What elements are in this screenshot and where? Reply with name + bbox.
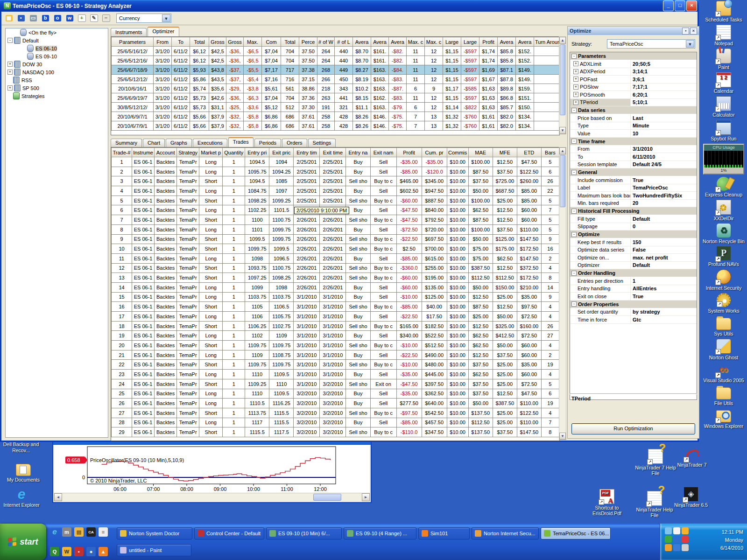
taskbar-task-es-09-10-4-range[interactable]: ES 09-10 (4 Range) ... [344, 527, 416, 539]
display-icon[interactable]: ▭ [28, 13, 39, 24]
table-row[interactable]: 13ES 06-1BacktesTemaPrShort11097.251098.… [112, 273, 559, 283]
tab-chart[interactable]: Chart [143, 139, 165, 147]
table-row[interactable]: 18ES 06-1BacktesTemaPrShort11106.251102.… [112, 321, 559, 331]
column-header[interactable]: Turn Around [534, 37, 560, 47]
column-header[interactable]: Market p [199, 148, 223, 157]
expand-icon[interactable]: + [573, 61, 578, 66]
column-header[interactable]: Max. c [425, 37, 443, 47]
taskbar-clock[interactable]: 12:11 PM Monday 6/14/2010 [720, 528, 743, 552]
column-header[interactable]: To [172, 37, 190, 47]
desktop-icon-express-cleanup[interactable]: ↗Express Cleanup [702, 177, 746, 197]
column-header[interactable]: ETD [517, 148, 541, 157]
chevron-down-icon[interactable]: ▼ [162, 14, 170, 22]
property-row-type[interactable]: TypeMinute [570, 122, 697, 130]
column-header[interactable]: Trade-# [112, 148, 132, 157]
chevron-down-icon[interactable]: ▼ [686, 40, 694, 48]
expand-icon[interactable]: + [573, 77, 578, 82]
property-row-price-based-on[interactable]: Price based onLast [570, 114, 697, 122]
property-row-slippage[interactable]: Slippage0 [570, 223, 697, 231]
table-row[interactable]: 20/10/6/9/7/13/1/206/11/2$5,66$37,9-$32,… [112, 112, 560, 121]
sidebar-item-strategies[interactable]: Strategies [6, 92, 108, 100]
collapse-icon[interactable]: - [571, 170, 577, 175]
column-header[interactable]: Profit [479, 37, 498, 47]
desktop-icon-visual-studio-2005[interactable]: ∞↗Visual Studio 2005 [702, 363, 746, 383]
cpu-usage-widget[interactable]: CPU Usage1% [703, 144, 744, 175]
scrollbar-thumb[interactable] [313, 494, 341, 501]
table-row[interactable]: 29ES 06-1BacktesTemaPrShort11115.51117.5… [112, 427, 559, 437]
property-row-time-in-force[interactable]: Time in forceGtc [570, 316, 697, 324]
column-header[interactable]: Max. [244, 37, 262, 47]
column-header[interactable]: Commis [447, 148, 468, 157]
table-row[interactable]: 30/8/5/12/12/3/1/206/11/2$5,73$31,1-$25,… [112, 103, 560, 112]
table-row[interactable]: 15ES 06-1BacktesTemaPrLong11103.751103.7… [112, 292, 559, 302]
column-header[interactable]: Bars [541, 148, 559, 157]
desktop-icon-spybot-run[interactable]: ↗Spybot Run [702, 120, 746, 141]
expand-icon[interactable]: + [573, 92, 578, 97]
trades-grid-scrollbar[interactable]: ▲ ▼ [559, 147, 566, 440]
table-row[interactable]: 28ES 06-1BacktesTemaPrLong111171115.53/2… [112, 418, 559, 427]
shortcut-red-icon[interactable]: ▪ [74, 547, 84, 556]
column-header[interactable]: Entry na [346, 148, 370, 157]
table-row[interactable]: 1ES 06-1BacktesTemaPrLong11094.510942/25… [112, 157, 559, 167]
desktop-icon-calculator[interactable]: ↗Calculator [702, 96, 746, 118]
table-row[interactable]: 25/6/6/9/19/73/1/206/11/2$5,73$42,6-$36,… [112, 93, 560, 103]
desktop-icon-internet-security[interactable]: ↗Internet Security [702, 269, 746, 291]
volume-icon[interactable] [682, 527, 689, 534]
desktop-icon-norton-ghost[interactable]: ↗Norton Ghost [702, 339, 746, 360]
update-icon[interactable] [665, 544, 672, 551]
sidebar-item-nasdaq-100[interactable]: +NASDAQ 100 [6, 68, 108, 76]
messenger-tray-icon[interactable] [673, 527, 680, 534]
desktop-icon-norton-recycle-bin[interactable]: ♻Norton Recycle Bin [702, 224, 746, 244]
column-header[interactable]: Avera [353, 37, 371, 47]
column-header[interactable]: Total [281, 37, 299, 47]
network-icon[interactable] [665, 527, 672, 534]
property-row-keep-best-results[interactable]: Keep best # results150 [570, 238, 697, 246]
property-row-optimize-on[interactable]: Optimize on...max. net profit [570, 254, 697, 262]
taskbar-task-es-09-10-10-min-6[interactable]: ES 09-10 (10 Min) 6/... [266, 527, 342, 539]
property-row-optimize-data-series[interactable]: Optimize data seriesFalse [570, 246, 697, 254]
collapse-icon[interactable]: - [571, 139, 577, 144]
column-header[interactable]: # of L [335, 37, 353, 47]
property-row-label[interactable]: LabelTemaPriceOsc [570, 184, 697, 192]
table-row[interactable]: 2ES 06-1BacktesTemaPrLong11095.751094.25… [112, 167, 559, 176]
expander-icon[interactable]: - [7, 38, 13, 43]
table-row[interactable]: 16ES 06-1BacktesTemaPrShort111051106.53/… [112, 302, 559, 312]
table-row[interactable]: 4ES 06-1BacktesTemaPrLong11084.7510972/2… [112, 186, 559, 196]
collapse-icon[interactable]: - [571, 271, 577, 276]
taskbar-task-control-center-default[interactable]: Control Center - Default [194, 527, 264, 539]
collapse-icon[interactable]: - [571, 209, 577, 214]
column-header[interactable]: Exit time [320, 148, 346, 157]
vlc-icon[interactable]: ▲ [99, 547, 108, 556]
property-row-adxlimit[interactable]: +ADXLimit20;50;5 [570, 60, 697, 68]
desktop-icon-system-works[interactable]: ↗System Works [702, 293, 746, 314]
save-icon[interactable]: ▪ [15, 13, 27, 24]
sidebar-item-on-the-fly[interactable]: <On the fly> [6, 28, 108, 36]
property-category-order-handling[interactable]: -Order Handling [570, 269, 697, 277]
desktop-icon-sys-utils[interactable]: Sys Utils [702, 316, 746, 336]
table-row[interactable]: 20/10/6/16/13/1/206/11/2$5,74$35,6-$29,-… [112, 84, 560, 93]
optimize-panel-titlebar[interactable]: Optimize ▪ × [568, 27, 699, 35]
property-row-entries-per-direction[interactable]: Entries per direction1 [570, 277, 697, 285]
property-category-data-series[interactable]: -Data series [570, 106, 697, 114]
property-row-to[interactable]: To6/11/2010 [570, 153, 697, 161]
close-button[interactable]: × [686, 0, 697, 11]
collapse-icon[interactable]: - [571, 108, 577, 113]
taskbar-task-untitled-paint[interactable]: untitled - Paint [117, 544, 191, 556]
desktop-icon-ninjatrader-7[interactable]: ↗NinjaTrader 7 [670, 447, 713, 468]
column-header[interactable]: Entry pri [245, 148, 269, 157]
taskbar-task-temapriceosc-es-06[interactable]: TemaPriceOsc - ES 06... [541, 527, 611, 539]
b-button[interactable]: b [40, 13, 51, 24]
desktop-icon-internet-explorer[interactable]: e Internet Explorer [0, 487, 43, 508]
property-row-posmooth[interactable]: +POSmooth6;20;1 [570, 91, 697, 99]
property-row-include-commission[interactable]: Include commissionTrue [570, 176, 697, 184]
taskbar-task-norton-internet-secu[interactable]: Norton Internet Secu... [472, 527, 539, 539]
ca-icon[interactable]: CA [86, 527, 96, 537]
quicken-icon[interactable]: Q [50, 547, 59, 556]
taskbar-task-norton-system-doctor[interactable]: Norton System Doctor [117, 527, 192, 539]
property-category-optimize[interactable]: -Optimize [570, 231, 697, 238]
expander-icon[interactable]: + [7, 70, 13, 75]
property-row-from[interactable]: From3/1/2010 [570, 146, 697, 154]
scroll-right-icon[interactable]: ► [362, 493, 370, 501]
column-header[interactable]: Com [262, 37, 281, 47]
norton-tray-icon[interactable] [682, 536, 689, 543]
